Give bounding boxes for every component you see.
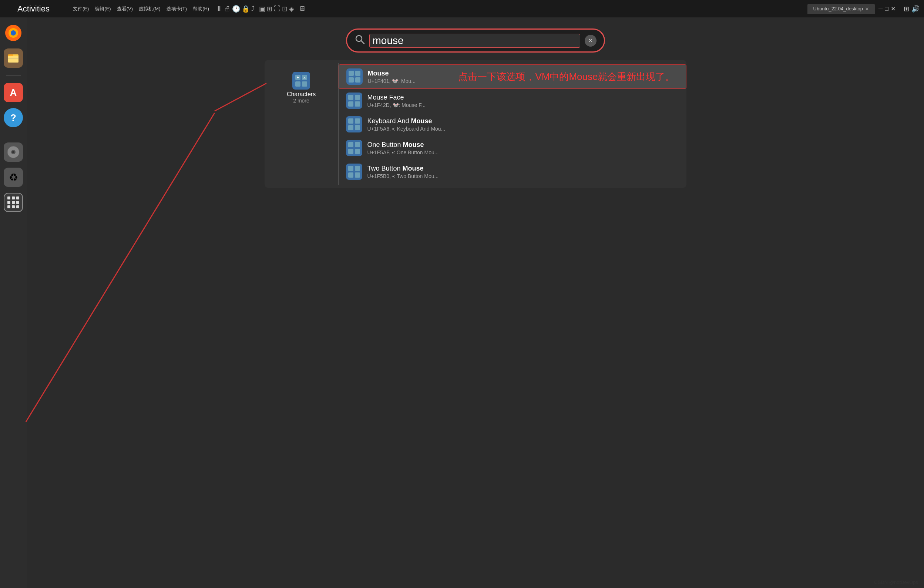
- share-icon[interactable]: ⤴: [251, 5, 254, 13]
- window-maximize[interactable]: □: [885, 5, 888, 12]
- result-name-one-button-mouse: One Button Mouse: [368, 141, 679, 149]
- svg-rect-36: [348, 172, 353, 178]
- dock-separator: [6, 75, 21, 76]
- search-icon: [355, 34, 365, 47]
- svg-rect-34: [348, 166, 353, 171]
- result-item-mouse-face[interactable]: Mouse Face U+1F42D, 🐭: Mouse F...: [338, 89, 686, 112]
- menu-edit[interactable]: 编辑(E): [92, 5, 113, 13]
- result-detail-mouse-face: U+1F42D, 🐭: Mouse F...: [368, 102, 679, 108]
- svg-rect-26: [348, 119, 353, 124]
- result-detail-one-button-mouse: U+1F5AF, ▪: One Button Mou...: [368, 150, 679, 155]
- svg-rect-4: [8, 56, 18, 63]
- svg-rect-29: [355, 125, 360, 130]
- window-minimize[interactable]: ─: [878, 5, 883, 12]
- result-name-mouse-face: Mouse Face: [368, 94, 679, 101]
- pause-icon[interactable]: ⏸: [216, 5, 223, 13]
- result-item-mouse[interactable]: Mouse U+1F401, 🐭: Mou... 点击一下该选项，VM中的Mou…: [338, 64, 686, 89]
- usb-icon[interactable]: 🖥: [299, 5, 305, 13]
- svg-rect-25: [355, 101, 360, 107]
- svg-rect-28: [348, 125, 353, 130]
- dock-item-help[interactable]: ?: [4, 108, 23, 127]
- category-characters[interactable]: + A Characters 2 more: [271, 69, 332, 107]
- menu-file[interactable]: 文件(E): [71, 5, 91, 13]
- results-list: Mouse U+1F401, 🐭: Mou... 点击一下该选项，VM中的Mou…: [338, 63, 686, 185]
- print-icon[interactable]: 🖨: [224, 5, 231, 13]
- svg-rect-31: [355, 142, 360, 147]
- clock-icon[interactable]: 🕐: [232, 5, 240, 13]
- vm-tab[interactable]: Ubuntu_22.04_desktop ✕: [807, 4, 875, 14]
- dock-item-files[interactable]: [4, 48, 23, 68]
- dock-item-disk[interactable]: [4, 142, 23, 162]
- svg-rect-19: [355, 71, 360, 76]
- result-item-one-button-mouse[interactable]: One Button Mouse U+1F5AF, ▪: One Button …: [338, 136, 686, 160]
- annotation-text: 点击一下该选项，VM中的Mouse就会重新出现了。: [458, 70, 686, 83]
- result-icon-mouse: [346, 68, 363, 85]
- network-icon[interactable]: ⊞: [904, 5, 909, 13]
- search-input[interactable]: [369, 34, 580, 48]
- svg-rect-24: [348, 101, 353, 107]
- layout-icon[interactable]: ▣: [259, 5, 265, 13]
- dock-item-appstore[interactable]: A: [4, 83, 23, 102]
- result-text-two-button-mouse: Two Button Mouse U+1F5B0, ▪: Two Button …: [368, 165, 679, 179]
- category-sublabel: 2 more: [293, 98, 309, 104]
- top-bar: Activities 文件(E) 编辑(E) 查看(V) 虚拟机(M) 选项卡(…: [0, 0, 924, 17]
- activities-button[interactable]: Activities: [0, 0, 67, 17]
- menu-tab[interactable]: 选项卡(T): [164, 5, 190, 13]
- svg-rect-18: [348, 71, 354, 76]
- svg-line-11: [361, 41, 364, 44]
- svg-rect-5: [8, 55, 13, 56]
- result-icon-one-button-mouse: [346, 140, 362, 156]
- dock-item-grid[interactable]: [4, 193, 23, 212]
- svg-rect-37: [355, 172, 360, 178]
- lock-icon[interactable]: 🔒: [242, 5, 250, 13]
- result-detail-two-button-mouse: U+1F5B0, ▪: Two Button Mou...: [368, 173, 679, 179]
- menu-vm[interactable]: 虚拟机(M): [137, 5, 163, 13]
- result-text-one-button-mouse: One Button Mouse U+1F5AF, ▪: One Button …: [368, 141, 679, 155]
- svg-rect-35: [355, 166, 360, 171]
- scale-icon[interactable]: ⊡: [282, 5, 287, 13]
- result-icon-keyboard-mouse: [346, 116, 362, 132]
- result-text-keyboard-mouse: Keyboard And Mouse U+1F5A6, ▪: Keyboard …: [368, 117, 679, 132]
- result-item-keyboard-mouse[interactable]: Keyboard And Mouse U+1F5A6, ▪: Keyboard …: [338, 112, 686, 136]
- unity-icon[interactable]: ◈: [289, 5, 294, 13]
- window-close[interactable]: ✕: [891, 5, 896, 12]
- svg-rect-21: [355, 78, 360, 83]
- svg-rect-23: [355, 95, 360, 100]
- result-name-two-button-mouse: Two Button Mouse: [368, 165, 679, 172]
- tab-bar: Ubuntu_22.04_desktop ✕: [806, 4, 876, 14]
- tab-label: Ubuntu_22.04_desktop: [813, 6, 863, 12]
- stretch-icon[interactable]: ⊞: [267, 5, 272, 13]
- results-category[interactable]: + A Characters 2 more: [265, 63, 338, 185]
- vm-toolbar: 文件(E) 编辑(E) 查看(V) 虚拟机(M) 选项卡(T) 帮助(H) ⏸ …: [67, 5, 309, 13]
- search-clear-button[interactable]: ✕: [585, 35, 597, 46]
- category-icon: + A: [292, 72, 310, 89]
- svg-point-9: [12, 151, 15, 153]
- clear-icon: ✕: [588, 37, 593, 44]
- search-bar: ✕: [346, 28, 605, 53]
- results-panel: + A Characters 2 more: [265, 60, 686, 188]
- dock: A ? ♻: [0, 17, 26, 588]
- svg-rect-32: [348, 149, 353, 154]
- svg-rect-20: [348, 78, 354, 83]
- category-label: Characters: [287, 91, 316, 98]
- dock-item-trash[interactable]: ♻: [4, 168, 23, 187]
- menu-help[interactable]: 帮助(H): [191, 5, 211, 13]
- menu-view[interactable]: 查看(V): [115, 5, 135, 13]
- svg-rect-27: [355, 119, 360, 124]
- tab-close-icon[interactable]: ✕: [865, 6, 869, 12]
- dock-item-firefox[interactable]: [4, 23, 23, 43]
- result-icon-two-button-mouse: [346, 164, 362, 180]
- result-item-two-button-mouse[interactable]: Two Button Mouse U+1F5B0, ▪: Two Button …: [338, 160, 686, 183]
- dock-separator-2: [6, 135, 21, 135]
- result-icon-mouse-face: [346, 92, 362, 109]
- result-name-keyboard-mouse: Keyboard And Mouse: [368, 117, 679, 125]
- volume-icon[interactable]: 🔊: [911, 5, 919, 13]
- result-detail-keyboard-mouse: U+1F5A6, ▪: Keyboard And Mou...: [368, 126, 679, 132]
- svg-rect-30: [348, 142, 353, 147]
- search-overlay: ✕ + A Characters: [26, 17, 924, 588]
- svg-point-2: [11, 30, 16, 36]
- search-container: ✕: [346, 28, 605, 53]
- grid-icon: [5, 193, 22, 211]
- svg-rect-22: [348, 95, 353, 100]
- fullscreen-icon[interactable]: ⛶: [274, 5, 280, 13]
